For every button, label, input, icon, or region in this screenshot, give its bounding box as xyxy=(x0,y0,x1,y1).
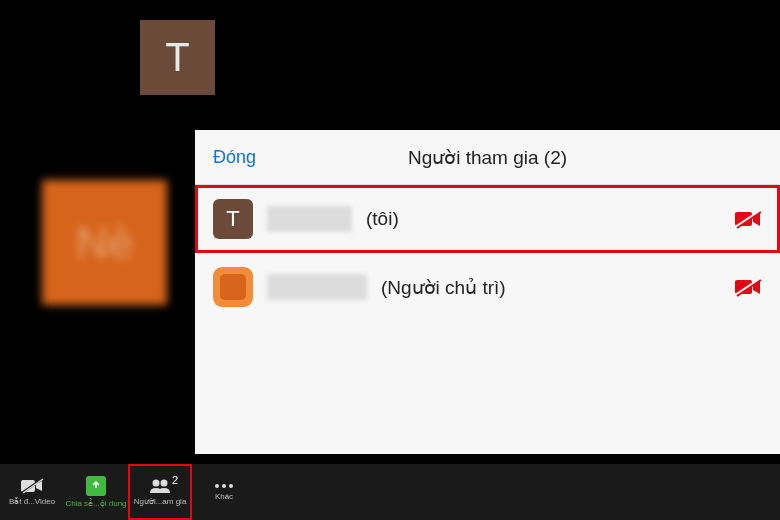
participants-panel: Đóng Người tham gia (2) T (tôi) (Người c… xyxy=(195,130,780,454)
tile-initial: Nè xyxy=(76,217,134,269)
share-icon xyxy=(86,476,106,496)
video-tile-host[interactable]: Nè xyxy=(42,180,167,305)
participant-row-self[interactable]: T (tôi) xyxy=(195,185,780,253)
participant-suffix: (tôi) xyxy=(366,208,399,230)
camera-off-icon xyxy=(734,209,762,229)
avatar: T xyxy=(213,199,253,239)
svg-point-10 xyxy=(161,480,168,487)
svg-point-13 xyxy=(229,484,233,488)
participant-name-redacted xyxy=(267,274,367,300)
toolbar-video-button[interactable]: Bắt đ...Video xyxy=(0,464,64,520)
panel-title: Người tham gia (2) xyxy=(408,146,567,169)
participants-icon xyxy=(148,478,172,494)
participant-name-redacted xyxy=(267,206,352,232)
svg-point-9 xyxy=(153,480,160,487)
toolbar-share-button[interactable]: Chia sẻ...ội dung xyxy=(64,464,128,520)
participants-count-badge: 2 xyxy=(172,474,178,486)
participant-suffix: (Người chủ trì) xyxy=(381,276,506,299)
toolbar-label: Người...am gia xyxy=(134,497,187,506)
toolbar-label: Bắt đ...Video xyxy=(9,497,55,506)
avatar xyxy=(213,267,253,307)
toolbar: Bắt đ...Video Chia sẻ...ội dung 2 Người.… xyxy=(0,464,780,520)
svg-point-12 xyxy=(222,484,226,488)
tile-initial: T xyxy=(165,35,189,80)
svg-point-11 xyxy=(215,484,219,488)
avatar-initial: T xyxy=(226,206,239,232)
video-tile-self[interactable]: T xyxy=(140,20,215,95)
toolbar-label: Khác xyxy=(215,492,233,501)
toolbar-more-button[interactable]: Khác xyxy=(192,464,256,520)
video-off-icon xyxy=(20,478,44,494)
camera-off-icon xyxy=(734,277,762,297)
participant-row-host[interactable]: (Người chủ trì) xyxy=(195,253,780,321)
toolbar-participants-button[interactable]: 2 Người...am gia xyxy=(128,464,192,520)
toolbar-label: Chia sẻ...ội dung xyxy=(65,499,126,508)
more-icon xyxy=(214,483,234,489)
panel-header: Đóng Người tham gia (2) xyxy=(195,130,780,185)
close-button[interactable]: Đóng xyxy=(213,147,256,168)
